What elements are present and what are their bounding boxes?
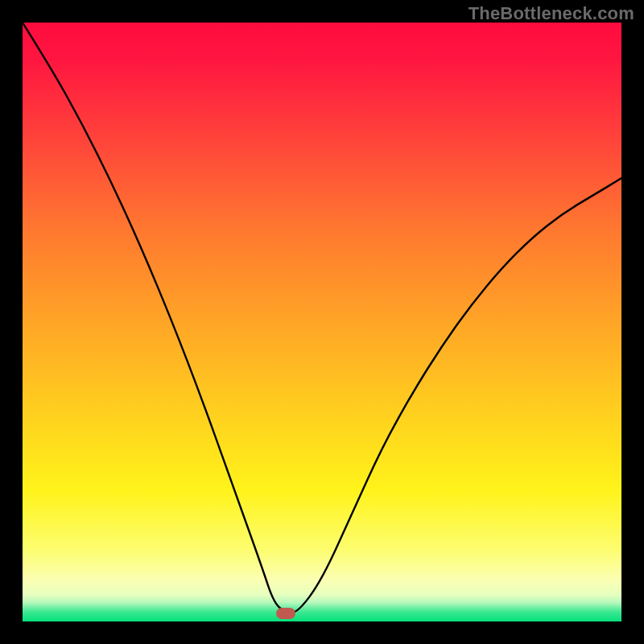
plot-area — [23, 23, 621, 621]
minimum-marker — [276, 608, 295, 619]
watermark-text: TheBottleneck.com — [469, 3, 634, 24]
bottleneck-curve — [23, 23, 621, 621]
chart-frame: TheBottleneck.com — [0, 0, 644, 644]
